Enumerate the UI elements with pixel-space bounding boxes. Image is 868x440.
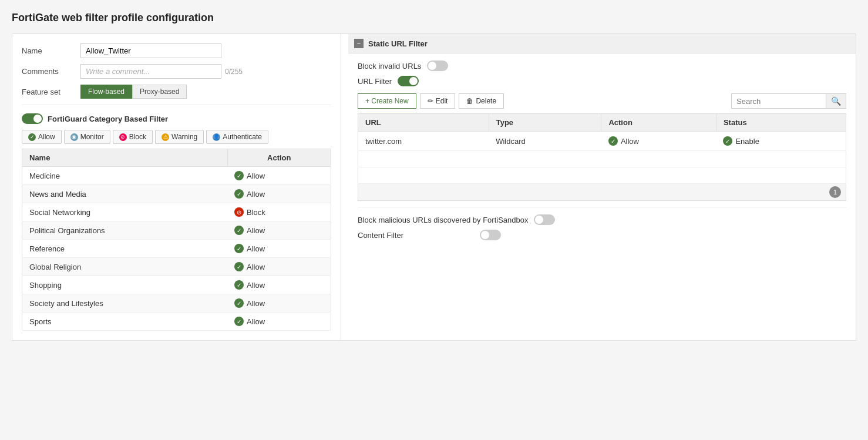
- url-table: URL Type Action Status twitter.com Wildc…: [358, 113, 846, 184]
- sandbox-label: Block malicious URLs discovered by Forti…: [358, 216, 528, 224]
- category-table: Name Action Medicine✓ AllowNews and Medi…: [22, 149, 331, 331]
- comments-input[interactable]: [80, 64, 221, 79]
- static-url-filter-title: Static URL Filter: [368, 39, 428, 48]
- block-invalid-toggle[interactable]: [427, 61, 448, 71]
- category-action-cell: ✓ Allow: [227, 258, 331, 276]
- category-action-cell: ⊘ Block: [227, 203, 331, 221]
- feature-set-row: Feature set Flow-based Proxy-based: [22, 85, 331, 99]
- sandbox-toggle[interactable]: [534, 214, 555, 225]
- warning-btn-label: Warning: [171, 133, 197, 141]
- category-name-cell: Global Religion: [22, 258, 228, 276]
- monitor-icon: ◉: [70, 133, 78, 141]
- category-toggle[interactable]: [22, 113, 43, 124]
- table-row: Shopping✓ Allow: [22, 276, 331, 294]
- monitor-filter-btn[interactable]: ◉ Monitor: [64, 130, 110, 144]
- allow-action-icon: ✓: [234, 317, 244, 326]
- delete-label: Delete: [476, 97, 496, 105]
- feature-set-label: Feature set: [22, 88, 80, 96]
- flow-based-button[interactable]: Flow-based: [80, 85, 132, 99]
- warning-icon: ⚠: [162, 133, 169, 141]
- category-name-cell: Shopping: [22, 276, 228, 294]
- action-wrapper: ✓ Allow: [234, 280, 324, 290]
- divider: [22, 105, 331, 105]
- block-filter-btn[interactable]: ⊘ Block: [113, 130, 153, 144]
- delete-button[interactable]: 🗑 Delete: [459, 93, 504, 109]
- type-col-header: Type: [489, 114, 601, 132]
- category-name-cell: Political Organizations: [22, 221, 228, 240]
- action-wrapper: ✓ Allow: [234, 317, 324, 326]
- search-button[interactable]: 🔍: [826, 94, 846, 108]
- table-row: News and Media✓ Allow: [22, 185, 331, 203]
- action-wrapper: ⊘ Block: [234, 207, 324, 217]
- status-cell: ✓ Enable: [716, 132, 846, 151]
- char-count: 0/255: [225, 68, 243, 76]
- empty-row-2: [358, 167, 846, 184]
- main-layout: Name Comments 0/255 Feature set Flow-bas…: [12, 33, 856, 341]
- category-name-cell: Social Networking: [22, 203, 228, 221]
- block-icon: ⊘: [119, 133, 127, 141]
- allow-action-icon: ✓: [234, 280, 244, 290]
- url-col-header: URL: [358, 114, 489, 132]
- allow-action-icon: ✓: [234, 189, 244, 199]
- category-name-cell: News and Media: [22, 185, 228, 203]
- table-row: Global Religion✓ Allow: [22, 258, 331, 276]
- proxy-based-button[interactable]: Proxy-based: [132, 85, 187, 99]
- create-new-button[interactable]: + Create New: [358, 93, 416, 109]
- action-cell: ✓ Allow: [601, 132, 716, 151]
- warning-filter-btn[interactable]: ⚠ Warning: [155, 130, 204, 144]
- category-action-cell: ✓ Allow: [227, 185, 331, 203]
- table-row: Society and Lifestyles✓ Allow: [22, 294, 331, 313]
- allow-action-icon: ✓: [234, 171, 244, 180]
- authenticate-filter-btn[interactable]: 👤 Authenticate: [206, 130, 268, 144]
- allow-action-icon: ✓: [234, 226, 244, 235]
- content-filter-label: Content Filter: [358, 231, 403, 240]
- category-action-cell: ✓ Allow: [227, 313, 331, 331]
- status-value: Enable: [735, 137, 759, 146]
- table-row: Social Networking⊘ Block: [22, 203, 331, 221]
- action-value: Allow: [621, 137, 639, 146]
- block-invalid-row: Block invalid URLs: [358, 61, 846, 71]
- block-btn-label: Block: [129, 133, 146, 141]
- allow-filter-btn[interactable]: ✓ Allow: [22, 130, 62, 144]
- auth-icon: 👤: [213, 133, 220, 141]
- collapse-button[interactable]: −: [354, 39, 364, 48]
- name-row: Name: [22, 43, 331, 58]
- col-action-header: Action: [227, 149, 331, 167]
- allow-action-icon: ✓: [234, 298, 244, 308]
- content-filter-row: Content Filter: [358, 230, 846, 240]
- search-input[interactable]: [732, 95, 826, 108]
- status-col-header: Status: [716, 114, 846, 132]
- name-input[interactable]: [80, 43, 221, 58]
- status-enable-icon: ✓: [723, 136, 732, 146]
- content-filter-toggle[interactable]: [480, 230, 501, 240]
- table-row: Sports✓ Allow: [22, 313, 331, 331]
- block-invalid-label: Block invalid URLs: [358, 62, 421, 70]
- category-action-cell: ✓ Allow: [227, 294, 331, 313]
- category-name-cell: Sports: [22, 313, 228, 331]
- action-col-header: Action: [601, 114, 716, 132]
- url-filter-toolbar: + Create New ✏ Edit 🗑 Delete 🔍: [358, 93, 846, 109]
- allow-action-icon: ✓: [234, 244, 244, 253]
- monitor-btn-label: Monitor: [80, 133, 104, 141]
- empty-row-1: [358, 151, 846, 167]
- action-allow-wrapper: ✓ Allow: [608, 136, 709, 146]
- allow-action-icon: ✓: [234, 262, 244, 271]
- category-action-cell: ✓ Allow: [227, 240, 331, 258]
- action-wrapper: ✓ Allow: [234, 244, 324, 253]
- left-panel: Name Comments 0/255 Feature set Flow-bas…: [12, 34, 341, 340]
- url-filter-label: URL Filter: [358, 77, 392, 86]
- category-name-cell: Society and Lifestyles: [22, 294, 228, 313]
- action-wrapper: ✓ Allow: [234, 298, 324, 308]
- action-wrapper: ✓ Allow: [234, 171, 324, 180]
- url-cell: twitter.com: [358, 132, 489, 151]
- edit-icon: ✏: [428, 97, 433, 105]
- action-wrapper: ✓ Allow: [234, 189, 324, 199]
- comments-row: Comments 0/255: [22, 64, 331, 79]
- edit-button[interactable]: ✏ Edit: [420, 93, 456, 109]
- pagination-row: 1: [358, 184, 846, 201]
- authenticate-btn-label: Authenticate: [223, 133, 262, 141]
- category-section-label: FortiGuard Category Based Filter: [48, 115, 168, 123]
- url-filter-toggle[interactable]: [398, 76, 419, 86]
- block-action-icon: ⊘: [234, 207, 244, 217]
- comments-wrapper: 0/255: [80, 64, 243, 79]
